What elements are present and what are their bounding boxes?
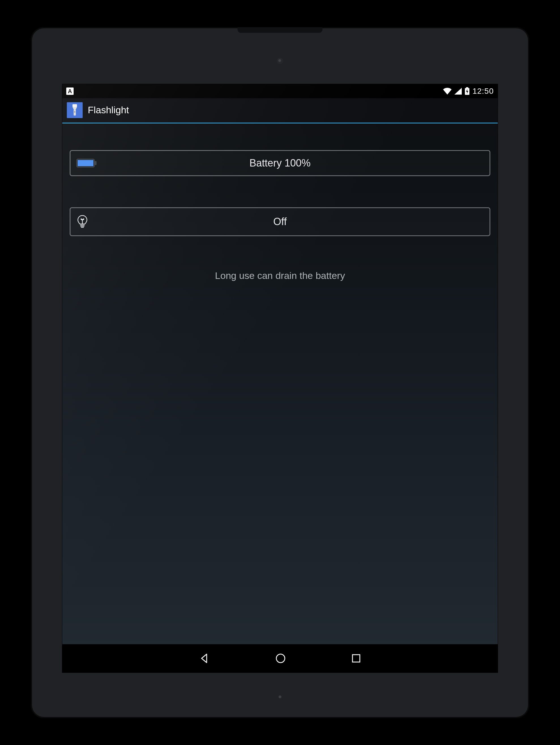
svg-rect-2 (72, 104, 77, 107)
tablet-device-frame: A 12:50 (31, 27, 529, 718)
vertical-spacer (70, 176, 490, 207)
status-bar: A 12:50 (62, 84, 498, 98)
home-button[interactable] (275, 653, 286, 664)
lightbulb-icon (76, 214, 89, 229)
flashlight-toggle-button[interactable]: Off (70, 207, 490, 236)
battery-status-label: Battery 100% (99, 157, 461, 169)
status-keyboard-badge: A (66, 88, 74, 95)
device-indicator-dot (278, 695, 282, 698)
svg-rect-7 (77, 160, 93, 166)
navigation-bar (62, 644, 498, 673)
flashlight-icon (70, 104, 79, 116)
status-clock: 12:50 (472, 87, 494, 96)
flashlight-toggle-label: Off (99, 216, 461, 228)
toggle-icon-slot (76, 214, 99, 229)
content-area: Battery 100% (62, 124, 498, 644)
battery-charging-icon (465, 87, 470, 95)
cell-signal-icon (454, 88, 462, 95)
status-bar-left: A (66, 88, 74, 95)
stage: A 12:50 (0, 0, 560, 745)
battery-hint-text: Long use can drain the battery (70, 270, 490, 281)
svg-point-11 (276, 654, 285, 662)
svg-rect-6 (94, 161, 97, 165)
battery-status-button[interactable]: Battery 100% (70, 150, 490, 176)
app-bar: Flashlight (62, 98, 498, 124)
app-title: Flashlight (88, 104, 129, 116)
battery-icon-slot (76, 157, 99, 169)
wifi-icon (443, 88, 452, 95)
back-button[interactable] (199, 653, 210, 664)
speaker-slot (237, 27, 323, 33)
battery-icon (76, 157, 98, 169)
recents-button[interactable] (351, 653, 361, 663)
app-icon (67, 102, 83, 118)
svg-rect-4 (74, 111, 75, 113)
svg-rect-1 (466, 87, 468, 88)
status-bar-right: 12:50 (443, 87, 494, 96)
front-camera (277, 58, 283, 64)
svg-rect-12 (353, 655, 360, 662)
device-screen: A 12:50 (62, 84, 498, 673)
